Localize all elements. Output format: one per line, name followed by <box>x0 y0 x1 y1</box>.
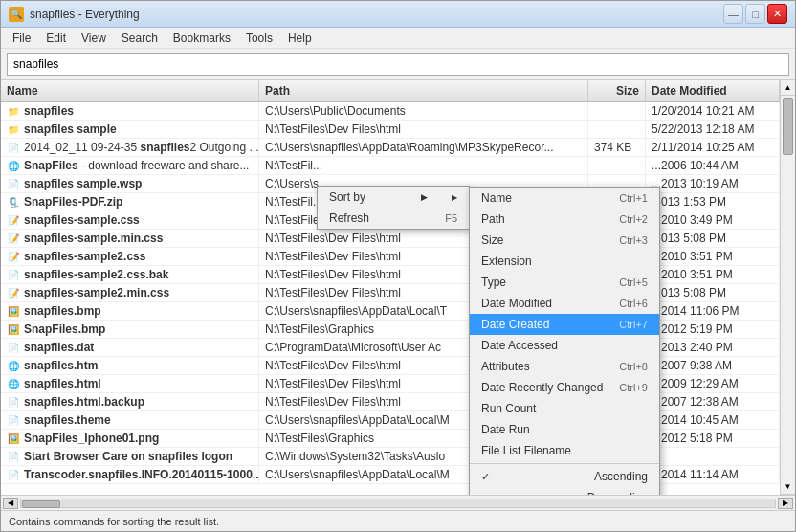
table-row[interactable]: 📁snapfiles C:\Users\Public\Documents 1/2… <box>1 102 780 121</box>
filename: snapfiles-sample2.css <box>24 250 145 263</box>
table-row[interactable]: 🖼️SnapFiles.bmp N:\TestFiles\Graphics ..… <box>1 321 780 339</box>
scroll-left-button[interactable]: ◀ <box>3 498 18 509</box>
ctx-refresh-item[interactable]: Refresh F5 <box>318 208 469 229</box>
table-row[interactable]: 📄Transcoder.snapfiles.INFO.20140115-1000… <box>1 466 780 484</box>
filedate: ...2013 2:40 PM <box>646 339 780 356</box>
app-icon: 🔍 <box>9 7 24 22</box>
filename: snapfiles.html <box>24 377 101 390</box>
horizontal-scrollbar[interactable]: ◀ ▶ <box>1 495 795 510</box>
file-icon: 📄 <box>7 450 20 463</box>
table-row[interactable]: 📝snapfiles-sample.min.css N:\TestFiles\D… <box>1 230 780 248</box>
filedate: ...2009 12:29 AM <box>646 375 780 392</box>
sort-asc-item[interactable]: ✓ Ascending <box>470 466 659 487</box>
sort-ext-item[interactable]: Extension <box>470 251 659 272</box>
col-header-size[interactable]: Size <box>588 80 646 101</box>
col-header-name[interactable]: Name <box>1 80 259 101</box>
filepath: C:\Users\Public\Documents <box>259 102 588 120</box>
sort-name-label: Name <box>481 191 512 205</box>
close-button[interactable]: ✕ <box>767 4 787 24</box>
sort-size-item[interactable]: Size Ctrl+3 <box>470 230 659 251</box>
table-row[interactable]: 📝snapfiles-sample2.min.css N:\TestFiles\… <box>1 284 780 302</box>
filedate: ...013 5:08 PM <box>646 230 780 247</box>
html-icon: 🌐 <box>7 359 20 372</box>
search-bar <box>1 49 795 80</box>
table-row[interactable]: 🌐SnapFiles - download freeware and share… <box>1 157 780 175</box>
sort-datemod-item[interactable]: Date Modified Ctrl+6 <box>470 293 659 314</box>
table-row[interactable]: 📄2014_02_11 09-24-35 snapfiles2 Outgoing… <box>1 139 780 157</box>
col-header-path[interactable]: Path <box>259 80 588 101</box>
sort-runcount-item[interactable]: Run Count <box>470 398 659 419</box>
table-row[interactable]: 🖼️snapfiles.bmp C:\Users\snapfiles\AppDa… <box>1 302 780 321</box>
sort-dateacc-item[interactable]: Date Accessed <box>470 335 659 356</box>
window-title: snapfiles - Everything <box>30 8 140 21</box>
sort-name-item[interactable]: Name Ctrl+1 <box>470 188 659 209</box>
filename: SnapFiles - download freeware and share.… <box>24 159 249 172</box>
table-row[interactable]: 🖼️SnapFiles_Iphone01.png N:\TestFiles\Gr… <box>1 430 780 448</box>
table-row[interactable]: 📄snapfiles-sample2.css.bak N:\TestFiles\… <box>1 266 780 284</box>
sort-daterun-label: Date Run <box>481 423 530 436</box>
col-header-date[interactable]: Date Modified <box>646 80 780 101</box>
minimize-button[interactable]: — <box>723 4 743 24</box>
table-row[interactable]: 📄snapfiles.theme C:\Users\snapfiles\AppD… <box>1 411 780 430</box>
scroll-down-button[interactable]: ▼ <box>781 479 795 495</box>
hscroll-track[interactable] <box>20 499 776 508</box>
scroll-track[interactable] <box>781 96 795 479</box>
filename: snapfiles-sample2.min.css <box>24 286 169 299</box>
table-row[interactable]: 📄snapfiles.dat C:\ProgramData\Microsoft\… <box>1 339 780 357</box>
sort-path-item[interactable]: Path Ctrl+2 <box>470 209 659 230</box>
table-row[interactable]: 📁snapfiles sample N:\TestFiles\Dev Files… <box>1 121 780 139</box>
table-row[interactable]: 🌐snapfiles.htm N:\TestFiles\Dev Files\ht… <box>1 357 780 375</box>
menu-view[interactable]: View <box>74 30 114 47</box>
filename: SnapFiles_Iphone01.png <box>24 432 159 445</box>
menu-tools[interactable]: Tools <box>238 30 280 47</box>
css-icon: 📝 <box>7 213 20 227</box>
table-row[interactable]: 📝snapfiles-sample2.css N:\TestFiles\Dev … <box>1 248 780 266</box>
maximize-button[interactable]: □ <box>745 4 765 24</box>
vertical-scrollbar[interactable]: ▲ ▼ <box>780 80 795 495</box>
file-list[interactable]: Name Path Size Date Modified 📁snapfiles … <box>1 80 780 495</box>
sort-type-item[interactable]: Type Ctrl+5 <box>470 272 659 293</box>
filename: snapfiles-sample2.css.bak <box>24 268 168 281</box>
filename: snapfiles.dat <box>24 341 94 354</box>
hscroll-thumb[interactable] <box>22 500 60 508</box>
menu-help[interactable]: Help <box>280 30 320 47</box>
file-icon: 🌐 <box>7 159 20 172</box>
sort-filelistname-item[interactable]: File List Filename <box>470 440 659 461</box>
filedate: ...2014 10:45 AM <box>646 411 780 429</box>
sort-name-shortcut: Ctrl+1 <box>619 192 648 204</box>
submenu-separator <box>470 463 659 464</box>
menu-search[interactable]: Search <box>114 30 166 47</box>
sort-submenu[interactable]: Name Ctrl+1 Path Ctrl+2 Size Ctrl+3 Ex <box>469 187 660 495</box>
file-icon: 📄 <box>7 468 20 481</box>
filedate: ...013 5:08 PM <box>646 284 780 301</box>
menu-file[interactable]: File <box>5 30 38 47</box>
sort-desc-item[interactable]: Descending <box>470 487 659 495</box>
menu-bookmarks[interactable]: Bookmarks <box>166 30 238 47</box>
table-row[interactable]: 📄Start Browser Care on snapfiles logon C… <box>1 448 780 466</box>
ctx-sortby-label: Sort by <box>329 190 365 204</box>
menu-edit[interactable]: Edit <box>38 30 74 47</box>
scroll-up-button[interactable]: ▲ <box>781 80 795 96</box>
scroll-right-button[interactable]: ▶ <box>778 498 793 509</box>
sort-attrib-item[interactable]: Attributes Ctrl+8 <box>470 356 659 377</box>
table-row[interactable]: 📄snapfiles.html.backup N:\TestFiles\Dev … <box>1 393 780 411</box>
filename: snapfiles.theme <box>24 413 111 427</box>
scroll-thumb[interactable] <box>783 98 793 155</box>
filedate: ...2007 12:38 AM <box>646 393 780 410</box>
context-menu[interactable]: Sort by ▶ Name Ctrl+1 Path Ctrl+2 <box>317 186 470 230</box>
ctx-sortby-item[interactable]: Sort by ▶ Name Ctrl+1 Path Ctrl+2 <box>318 187 469 208</box>
list-header: Name Path Size Date Modified <box>1 80 780 102</box>
search-input[interactable] <box>7 53 789 76</box>
sort-attrib-label: Attributes <box>481 360 530 373</box>
filedate: 2/11/2014 10:25 AM <box>646 139 780 156</box>
filepath: N:\TestFiles\Dev Files\html <box>259 121 588 138</box>
sort-path-label: Path <box>481 212 505 226</box>
filedate: ...2010 3:51 PM <box>646 266 780 283</box>
sort-daterecent-item[interactable]: Date Recently Changed Ctrl+9 <box>470 377 659 398</box>
sort-datecreated-item[interactable]: Date Created Ctrl+7 <box>470 314 659 335</box>
filename: snapfiles-sample.css <box>24 213 140 227</box>
sort-desc-label: Descending <box>587 491 648 495</box>
filedate: ...013 1:53 PM <box>646 193 780 211</box>
sort-daterun-item[interactable]: Date Run <box>470 419 659 440</box>
table-row[interactable]: 🌐snapfiles.html N:\TestFiles\Dev Files\h… <box>1 375 780 393</box>
